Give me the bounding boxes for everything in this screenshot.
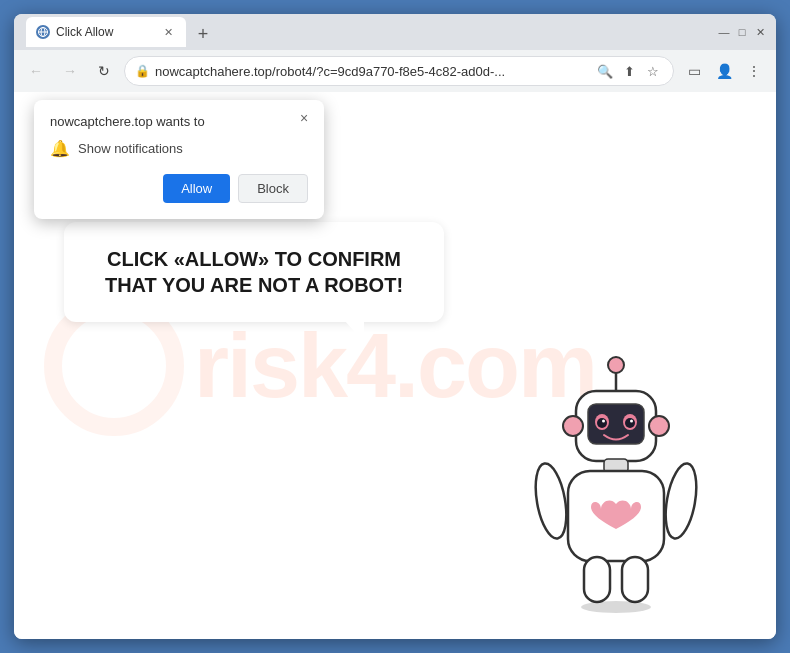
popup-notification-text: Show notifications (78, 141, 183, 156)
back-button[interactable]: ← (22, 57, 50, 85)
svg-point-13 (563, 416, 583, 436)
tab-bar: Click Allow ✕ + (22, 17, 716, 47)
popup-notification-row: 🔔 Show notifications (50, 139, 308, 158)
url-bar[interactable]: 🔒 nowcaptchahere.top/robot4/?c=9cd9a770-… (124, 56, 674, 86)
profile-button[interactable]: 👤 (710, 57, 738, 85)
bookmark-icon[interactable]: ☆ (643, 61, 663, 81)
speech-text: CLICK «ALLOW» TO CONFIRM THAT YOU ARE NO… (94, 246, 414, 298)
robot-character (516, 339, 716, 619)
allow-button[interactable]: Allow (163, 174, 230, 203)
svg-point-21 (581, 601, 651, 613)
svg-point-14 (649, 416, 669, 436)
toolbar-icons: ▭ 👤 ⋮ (680, 57, 768, 85)
speech-bubble: CLICK «ALLOW» TO CONFIRM THAT YOU ARE NO… (64, 222, 444, 322)
lock-icon: 🔒 (135, 64, 149, 78)
sidebar-button[interactable]: ▭ (680, 57, 708, 85)
popup-title: nowcaptchere.top wants to (50, 114, 288, 129)
browser-window: Click Allow ✕ + — □ ✕ ← → ↻ 🔒 nowcaptcha… (14, 14, 776, 639)
svg-point-9 (597, 418, 607, 428)
svg-point-10 (625, 418, 635, 428)
svg-rect-20 (622, 557, 648, 602)
svg-point-18 (661, 461, 702, 541)
maximize-button[interactable]: □ (734, 24, 750, 40)
block-button[interactable]: Block (238, 174, 308, 203)
notification-popup: × nowcaptchere.top wants to 🔔 Show notif… (34, 100, 324, 219)
minimize-button[interactable]: — (716, 24, 732, 40)
svg-rect-19 (584, 557, 610, 602)
tab-favicon (36, 25, 50, 39)
robot-svg (516, 339, 716, 619)
reload-button[interactable]: ↻ (90, 57, 118, 85)
menu-button[interactable]: ⋮ (740, 57, 768, 85)
tab-title: Click Allow (56, 25, 154, 39)
popup-buttons: Allow Block (50, 174, 308, 203)
popup-close-button[interactable]: × (294, 108, 314, 128)
window-controls: — □ ✕ (716, 24, 768, 40)
svg-point-4 (608, 357, 624, 373)
share-icon[interactable]: ⬆ (619, 61, 639, 81)
svg-point-12 (630, 420, 633, 423)
address-bar: ← → ↻ 🔒 nowcaptchahere.top/robot4/?c=9cd… (14, 50, 776, 92)
title-bar: Click Allow ✕ + — □ ✕ (14, 14, 776, 50)
search-icon[interactable]: 🔍 (595, 61, 615, 81)
url-bar-icons: 🔍 ⬆ ☆ (595, 61, 663, 81)
url-text: nowcaptchahere.top/robot4/?c=9cd9a770-f8… (155, 64, 589, 79)
page-content: risk4.com × nowcaptchere.top wants to 🔔 … (14, 92, 776, 639)
svg-point-17 (531, 461, 572, 541)
forward-button[interactable]: → (56, 57, 84, 85)
new-tab-button[interactable]: + (190, 21, 216, 47)
svg-point-11 (602, 420, 605, 423)
bell-icon: 🔔 (50, 139, 70, 158)
close-button[interactable]: ✕ (752, 24, 768, 40)
tab-close-button[interactable]: ✕ (160, 24, 176, 40)
browser-tab[interactable]: Click Allow ✕ (26, 17, 186, 47)
